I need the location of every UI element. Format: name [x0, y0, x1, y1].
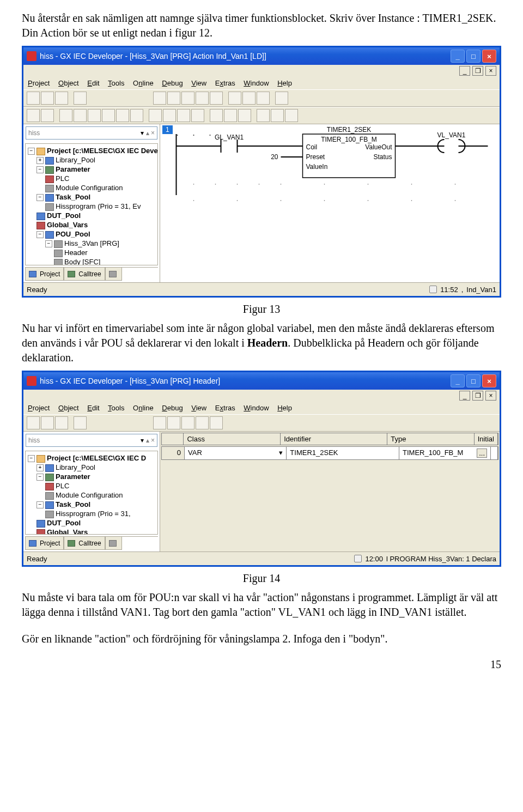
- toolbar-button[interactable]: [191, 109, 204, 122]
- close-button[interactable]: ×: [482, 374, 496, 387]
- toolbar-button[interactable]: [55, 416, 68, 429]
- toolbar-button[interactable]: [130, 109, 143, 122]
- mdi-restore[interactable]: ❐: [472, 66, 483, 76]
- toolbar-button[interactable]: [74, 92, 87, 105]
- menu-window[interactable]: Window: [244, 404, 269, 412]
- toolbar-button[interactable]: [303, 109, 317, 122]
- toolbar-button[interactable]: [41, 109, 54, 122]
- menu-view[interactable]: View: [191, 79, 206, 87]
- menu-edit[interactable]: Edit: [87, 404, 99, 412]
- menu-edit[interactable]: Edit: [87, 79, 99, 87]
- project-tree[interactable]: −Project [c:\MELSEC\GX IEC Deve +Library…: [25, 143, 158, 265]
- project-combo[interactable]: hiss▾▴ ×: [26, 126, 157, 140]
- tab-project[interactable]: Project: [25, 537, 64, 550]
- toolbar-button[interactable]: [116, 109, 129, 122]
- toolbar-button[interactable]: [27, 92, 40, 105]
- maximize-button[interactable]: □: [466, 50, 481, 63]
- toolbar-button[interactable]: [167, 416, 180, 429]
- toolbar-button[interactable]: [135, 92, 148, 105]
- toolbar-button[interactable]: [181, 92, 194, 105]
- menu-extras[interactable]: Extras: [215, 404, 235, 412]
- toolbar-button[interactable]: [163, 109, 176, 122]
- toolbar-button[interactable]: [242, 92, 256, 105]
- toolbar-button[interactable]: [120, 416, 133, 429]
- menu-online[interactable]: Online: [133, 404, 154, 412]
- toolbar-button[interactable]: [303, 92, 317, 105]
- toolbar-button[interactable]: [224, 109, 237, 122]
- toolbar-button[interactable]: [289, 92, 302, 105]
- ladder-editor[interactable]: 1 GL_VAN1 TIMER1_2SEK TIMER_100: [160, 124, 500, 282]
- toolbar-button[interactable]: [228, 92, 241, 105]
- toolbar-button[interactable]: [271, 109, 284, 122]
- toolbar-button[interactable]: [153, 92, 166, 105]
- toolbar-button[interactable]: [210, 109, 223, 122]
- toolbar-button[interactable]: [257, 92, 270, 105]
- mdi-close[interactable]: ×: [485, 391, 496, 401]
- mdi-minimize[interactable]: _: [459, 66, 470, 76]
- toolbar-button[interactable]: [196, 416, 209, 429]
- toolbar-button[interactable]: [149, 109, 162, 122]
- toolbar-button[interactable]: [167, 92, 180, 105]
- toolbar-button[interactable]: [135, 416, 148, 429]
- mdi-restore[interactable]: ❐: [472, 391, 483, 401]
- menu-debug[interactable]: Debug: [162, 79, 183, 87]
- menu-help[interactable]: Help: [277, 404, 292, 412]
- toolbar-button[interactable]: [120, 92, 133, 105]
- menu-debug[interactable]: Debug: [162, 404, 183, 412]
- menu-tools[interactable]: Tools: [108, 404, 124, 412]
- toolbar-button[interactable]: [41, 92, 54, 105]
- menu-help[interactable]: Help: [277, 79, 292, 87]
- grid-data-row[interactable]: 0 VAR▾ TIMER1_2SEK TIMER_100_FB_M...: [161, 446, 498, 460]
- toolbar-button[interactable]: [210, 416, 223, 429]
- toolbar-button[interactable]: [257, 109, 270, 122]
- tab-extra[interactable]: [105, 537, 122, 550]
- toolbar-button[interactable]: [88, 416, 101, 429]
- menu-object[interactable]: Object: [58, 404, 79, 412]
- toolbar-button[interactable]: [88, 109, 101, 122]
- toolbar-button[interactable]: [59, 109, 72, 122]
- toolbar-button[interactable]: [41, 416, 54, 429]
- cell-initial[interactable]: [491, 447, 498, 459]
- toolbar-button[interactable]: [153, 416, 166, 429]
- minimize-button[interactable]: _: [451, 50, 465, 63]
- tab-calltree[interactable]: Calltree: [64, 537, 105, 550]
- toolbar-button[interactable]: [196, 92, 209, 105]
- maximize-button[interactable]: □: [466, 374, 481, 387]
- tab-extra[interactable]: [105, 268, 122, 281]
- toolbar-button[interactable]: [55, 92, 68, 105]
- tab-calltree[interactable]: Calltree: [64, 268, 105, 281]
- mdi-minimize[interactable]: _: [459, 391, 470, 401]
- toolbar-button[interactable]: [275, 92, 288, 105]
- toolbar-button[interactable]: [102, 92, 115, 105]
- menu-extras[interactable]: Extras: [215, 79, 235, 87]
- menu-project[interactable]: Project: [28, 404, 50, 412]
- toolbar-button[interactable]: [74, 416, 87, 429]
- menu-project[interactable]: PProjectroject: [28, 79, 50, 87]
- minimize-button[interactable]: _: [451, 374, 465, 387]
- project-combo[interactable]: hiss▾▴ ×: [26, 434, 157, 447]
- toolbar-button[interactable]: [27, 416, 40, 429]
- toolbar-button[interactable]: [177, 109, 190, 122]
- toolbar-button[interactable]: [181, 416, 194, 429]
- close-button[interactable]: ×: [482, 50, 496, 63]
- menu-object[interactable]: Object: [58, 79, 79, 87]
- project-tree[interactable]: −Project [c:\MELSEC\GX IEC D +Library_Po…: [25, 451, 158, 535]
- toolbar-button[interactable]: [238, 109, 251, 122]
- toolbar-button[interactable]: [102, 416, 115, 429]
- toolbar-button[interactable]: [210, 92, 223, 105]
- tab-project[interactable]: Project: [25, 268, 64, 281]
- cell-type[interactable]: TIMER_100_FB_M...: [399, 447, 491, 459]
- toolbar-button[interactable]: [27, 109, 40, 122]
- menu-tools[interactable]: Tools: [108, 79, 124, 87]
- menu-view[interactable]: View: [191, 404, 206, 412]
- toolbar-button[interactable]: [88, 92, 101, 105]
- mdi-close[interactable]: ×: [485, 66, 496, 76]
- toolbar-button[interactable]: [318, 109, 331, 122]
- toolbar-button[interactable]: [285, 109, 298, 122]
- cell-identifier[interactable]: TIMER1_2SEK: [287, 447, 399, 459]
- toolbar-button[interactable]: [74, 109, 87, 122]
- menu-window[interactable]: Window: [244, 79, 269, 87]
- header-grid-editor[interactable]: Class Identifier Type Initial 0 VAR▾ TIM…: [160, 432, 500, 552]
- cell-class[interactable]: VAR▾: [185, 447, 287, 459]
- toolbar-button[interactable]: [102, 109, 115, 122]
